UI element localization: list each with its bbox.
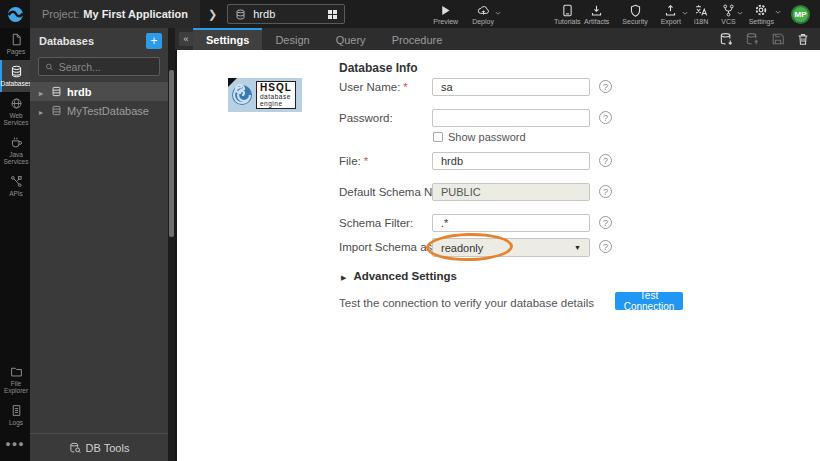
export-button[interactable]: Export [661, 4, 681, 25]
sidebar-item-java-services[interactable]: Java Services [0, 131, 30, 170]
search-icon [45, 62, 54, 72]
db-list-item-hrdb[interactable]: hrdb [30, 82, 168, 101]
default-schema-help-icon[interactable] [599, 185, 612, 198]
scrollbar-thumb[interactable] [169, 70, 174, 237]
tab-query[interactable]: Query [323, 28, 379, 50]
tutorials-button[interactable]: Tutorials [554, 4, 581, 25]
show-password-row: Show password [433, 131, 526, 143]
log-file-icon [10, 404, 23, 417]
tab-design[interactable]: Design [262, 28, 322, 50]
import-schema-label: Import Schema as: [339, 238, 436, 256]
password-input[interactable] [432, 109, 590, 127]
delete-icon[interactable] [796, 32, 810, 46]
user-avatar[interactable]: MP [791, 5, 810, 24]
databases-panel-title: Databases [39, 35, 146, 47]
branch-icon [722, 4, 735, 17]
required-marker: * [364, 155, 368, 167]
sidebar-item-databases[interactable]: Databases [0, 60, 30, 92]
db-tools-button[interactable]: DB Tools [30, 433, 168, 461]
hsql-sub2: engine [260, 100, 292, 107]
wavemaker-logo[interactable] [0, 0, 30, 28]
database-icon [51, 86, 62, 97]
username-help-icon[interactable] [599, 80, 612, 93]
project-label: Project: [42, 8, 79, 20]
preview-button[interactable]: Preview [433, 4, 458, 25]
i18n-button[interactable]: i18N [694, 4, 708, 25]
tab-procedure[interactable]: Procedure [379, 28, 456, 50]
export-db-icon[interactable] [745, 32, 760, 47]
db-tools-icon [69, 442, 81, 454]
file-label: File:* [339, 152, 368, 170]
db-tab-bar: Settings Design Query Procedure [175, 28, 820, 50]
password-label: Password: [339, 109, 393, 127]
gear-icon [754, 3, 768, 17]
open-db-tab-hrdb[interactable]: hrdb [227, 4, 345, 24]
project-area[interactable]: Project: My First Application [30, 0, 200, 28]
sidebar-item-pages[interactable]: Pages [0, 28, 30, 60]
caret-right-icon [341, 270, 346, 282]
sidebar-item-label: Logs [9, 419, 23, 426]
vcs-label: VCS [721, 18, 735, 25]
export-label: Export [661, 18, 681, 25]
book-icon [561, 4, 574, 17]
tutorials-label: Tutorials [554, 18, 581, 25]
file-help-icon[interactable] [599, 154, 612, 167]
reimport-db-icon[interactable] [719, 32, 734, 47]
panel-scrollbar[interactable] [168, 28, 175, 461]
file-input[interactable] [432, 152, 590, 170]
import-schema-select[interactable]: readonly [432, 238, 590, 257]
vcs-button[interactable]: VCS [721, 4, 735, 25]
artifacts-button[interactable]: Artifacts [584, 4, 609, 25]
sidebar-item-label: Java Services [2, 151, 30, 165]
download-icon [590, 4, 603, 17]
deploy-label: Deploy [472, 18, 494, 25]
add-database-button[interactable]: + [146, 33, 162, 49]
sidebar-item-label: File Explorer [2, 380, 30, 394]
collapse-panel-icon[interactable] [179, 32, 193, 46]
sidebar-item-label: APIs [9, 190, 23, 197]
settings-button[interactable]: Settings [749, 3, 774, 25]
advanced-settings-label: Advanced Settings [353, 270, 457, 282]
sidebar-item-file-explorer[interactable]: File Explorer [0, 360, 30, 399]
sidebar-item-apis[interactable]: APIs [0, 170, 30, 202]
security-button[interactable]: Security [622, 4, 647, 25]
username-input[interactable] [432, 78, 590, 96]
save-icon[interactable] [771, 32, 785, 46]
test-connection-button[interactable]: Test Connection [615, 292, 683, 310]
caret-right-icon[interactable] [39, 105, 43, 117]
advanced-settings-toggle[interactable]: Advanced Settings [341, 270, 457, 282]
caret-right-icon[interactable] [39, 86, 43, 98]
sidebar-item-web-services[interactable]: Web Services [0, 92, 30, 131]
schema-filter-help-icon[interactable] [599, 216, 612, 229]
wavemaker-logo-icon [7, 6, 24, 23]
db-list-item-mytestdatabase[interactable]: MyTestDatabase [30, 101, 168, 120]
chevron-right-icon[interactable]: ❯ [208, 8, 217, 21]
show-password-checkbox[interactable] [433, 132, 443, 142]
schema-filter-input[interactable] [432, 214, 590, 232]
import-schema-help-icon[interactable] [599, 240, 612, 253]
project-name: My First Application [83, 8, 188, 20]
more-options-icon[interactable]: ●●● [0, 431, 30, 457]
database-icon [10, 65, 23, 78]
cloud-upload-icon [476, 4, 491, 17]
database-search[interactable] [38, 57, 160, 76]
rail-bottom-group: File Explorer Logs ●●● [0, 360, 30, 457]
search-input[interactable] [59, 61, 153, 73]
sidebar-item-label: Pages [7, 48, 25, 55]
sidebar-item-label: Web Services [2, 112, 30, 126]
password-help-icon[interactable] [599, 111, 612, 124]
i18n-label: i18N [694, 18, 708, 25]
page-icon [10, 33, 23, 46]
hsql-title: HSQL [260, 83, 292, 93]
tab-settings[interactable]: Settings [193, 28, 262, 50]
deploy-button[interactable]: Deploy [472, 4, 494, 25]
hsql-logo-text: HSQL database engine [256, 81, 296, 109]
dashboard-grid-icon[interactable] [328, 10, 337, 19]
api-connector-icon [10, 175, 23, 188]
settings-label: Settings [749, 18, 774, 25]
select-arrow-icon [574, 244, 581, 251]
db-tools-label: DB Tools [86, 442, 130, 454]
database-icon [235, 9, 246, 20]
sidebar-item-logs[interactable]: Logs [0, 399, 30, 431]
test-connection-text: Test the connection to verify your datab… [339, 297, 594, 309]
